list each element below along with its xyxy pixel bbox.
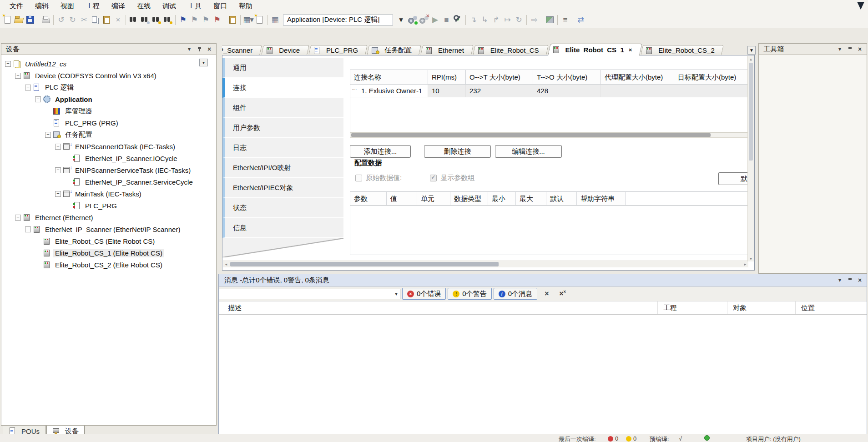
print-icon[interactable] (40, 14, 51, 25)
tree-dropdown-button[interactable] (199, 59, 208, 66)
parameters-column-header[interactable]: 数据类型 (450, 192, 488, 205)
start-icon[interactable]: ▶ (429, 14, 441, 25)
tree-item[interactable]: Elite_Robot_CS_2 (Elite Robot CS) (31, 259, 216, 271)
expander-icon[interactable] (55, 167, 61, 173)
warnings-filter-button[interactable]: 0个警告 (448, 288, 491, 300)
clear-message-icon[interactable] (542, 289, 552, 299)
parameters-column-header[interactable]: 默认 (546, 192, 577, 205)
tree-item[interactable]: EtherNet_IP_Scanner.IOCycle (61, 152, 216, 164)
messages-filter-button[interactable]: 0个消息 (494, 288, 537, 300)
tree-item[interactable]: ENIPScannerIOTask (IEC-Tasks) (51, 141, 216, 152)
document-tab[interactable]: PLC_PRG (308, 45, 365, 55)
find-in-project-icon[interactable] (151, 14, 162, 25)
editor-side-tab[interactable]: 通用 (222, 58, 343, 78)
editor-side-tab[interactable]: 状态 (222, 198, 343, 218)
tree-item[interactable]: Elite_Robot_CS_1 (Elite Robot CS) (31, 247, 216, 259)
tree-item[interactable]: EtherNet_IP_Scanner.ServiceCycle (61, 176, 216, 188)
watch-list-icon[interactable]: ≡ (560, 14, 571, 25)
scroll-right-icon[interactable] (742, 261, 748, 267)
parameters-column-header[interactable]: 单元 (417, 192, 450, 205)
tree-item[interactable]: 任务配置 (41, 129, 216, 141)
menu-item[interactable]: 工程 (80, 1, 106, 11)
connection-action-button[interactable]: 删除连接 (424, 145, 491, 158)
undo-icon[interactable]: ↺ (56, 14, 67, 25)
menu-item[interactable]: 视图 (55, 1, 80, 11)
tree-item[interactable]: PLC 逻辑 (21, 81, 216, 93)
tree-item[interactable]: Ethernet (Ethernet) (11, 211, 216, 223)
dropdown-arrow-icon[interactable]: ▾ (395, 14, 407, 25)
scrollbar-thumb[interactable] (351, 133, 711, 137)
save-icon[interactable] (25, 14, 36, 25)
delete-icon[interactable]: × (112, 14, 124, 25)
close-icon[interactable] (205, 45, 213, 53)
document-tab[interactable]: 任务配置 (367, 45, 419, 55)
panel-menu-icon[interactable] (185, 45, 193, 53)
document-tab[interactable]: Ethernet (420, 45, 471, 55)
paste-icon[interactable] (101, 14, 112, 25)
show-parameter-groups-checkbox[interactable] (430, 175, 437, 181)
connections-column-header[interactable]: 代理配置大小(byte) (601, 70, 674, 85)
table-dropdown-icon[interactable]: ▦▾ (242, 14, 254, 25)
panel-menu-icon[interactable] (836, 276, 844, 284)
pin-icon[interactable] (846, 276, 854, 284)
menu-item[interactable]: 在线 (131, 1, 156, 11)
messages-column-header[interactable]: 位置 (795, 301, 867, 314)
expander-icon[interactable] (55, 144, 61, 150)
online-config-icon[interactable] (452, 14, 464, 25)
tree-item[interactable]: PLC_PRG (61, 200, 216, 211)
copy-icon[interactable] (90, 14, 101, 25)
scrollbar-thumb[interactable] (230, 262, 499, 266)
connections-column-header[interactable]: 连接名称 (350, 70, 428, 85)
connections-hscrollbar[interactable] (350, 132, 748, 138)
new-object-icon[interactable] (254, 14, 265, 25)
parameters-column-header[interactable]: 值 (387, 192, 417, 205)
menu-item[interactable]: 工具 (182, 1, 207, 11)
tree-item[interactable]: EtherNet_IP_Scanner (EtherNet/IP Scanner… (21, 223, 216, 235)
stop-icon[interactable]: ■ (441, 14, 452, 25)
expander-icon[interactable] (25, 85, 31, 90)
pin-icon[interactable] (846, 45, 854, 53)
tree-item[interactable]: MainTask (IEC-Tasks) (51, 188, 216, 200)
document-tab[interactable]: Elite_Robot_CS_2 (641, 45, 722, 55)
connection-action-button[interactable]: 编辑连接... (495, 145, 562, 158)
tree-item[interactable]: Untitled12_cs (1, 58, 216, 70)
expander-icon[interactable] (35, 96, 41, 102)
close-icon[interactable] (856, 45, 864, 53)
menu-item[interactable]: 窗口 (207, 1, 233, 11)
tree-item[interactable]: ENIPScannerServiceTask (IEC-Tasks) (51, 164, 216, 176)
editor-vscrollbar[interactable] (747, 56, 754, 261)
parameters-column-header[interactable]: 帮助字符串 (577, 192, 626, 205)
force-values-icon[interactable]: ⇄ (575, 14, 586, 25)
errors-filter-button[interactable]: 0个错误 (402, 288, 446, 300)
connections-cell[interactable] (674, 85, 747, 97)
expander-icon[interactable] (45, 132, 51, 138)
step-into-icon[interactable]: ↳ (479, 14, 490, 25)
messages-column-header[interactable]: 工程 (657, 301, 727, 314)
editor-side-tab[interactable]: EtherNet/IPIEC对象 (222, 178, 343, 198)
open-project-icon[interactable] (13, 14, 25, 25)
connection-action-button[interactable]: 添加连接... (350, 145, 411, 158)
scrollbar-thumb[interactable] (749, 63, 753, 161)
application-selector[interactable]: Application [Device: PLC 逻辑] (283, 15, 393, 25)
step-over-icon[interactable]: ↴ (468, 14, 479, 25)
message-filter-combo[interactable] (219, 289, 400, 299)
expander-icon[interactable] (15, 215, 21, 221)
connections-cell[interactable]: 10 (428, 85, 466, 97)
editor-side-tab[interactable]: 用户参数 (222, 118, 343, 138)
editor-side-tab[interactable]: 日志 (222, 138, 343, 158)
build-icon[interactable]: ▦ (269, 14, 281, 25)
new-project-icon[interactable] (2, 14, 13, 25)
document-tab[interactable]: P_Scanner (222, 45, 260, 55)
parameters-column-header[interactable]: 最小 (488, 192, 516, 205)
panel-menu-icon[interactable] (836, 45, 844, 53)
document-tab[interactable]: Device (261, 45, 307, 55)
scroll-up-icon[interactable] (748, 56, 754, 62)
restart-icon[interactable]: ↻ (513, 14, 525, 25)
menu-item[interactable]: 调试 (156, 1, 182, 11)
tab-close-icon[interactable] (629, 46, 632, 53)
editor-side-tab[interactable]: EtherNet/IPI/O映射 (222, 158, 343, 178)
set-next-statement-icon[interactable]: ⇨ (529, 14, 540, 25)
default-values-button[interactable]: 默 (718, 172, 748, 185)
connections-column-header[interactable]: T-->O 大小(byte) (533, 70, 601, 85)
document-tab[interactable]: Elite_Robot_CS_1 (548, 44, 640, 55)
